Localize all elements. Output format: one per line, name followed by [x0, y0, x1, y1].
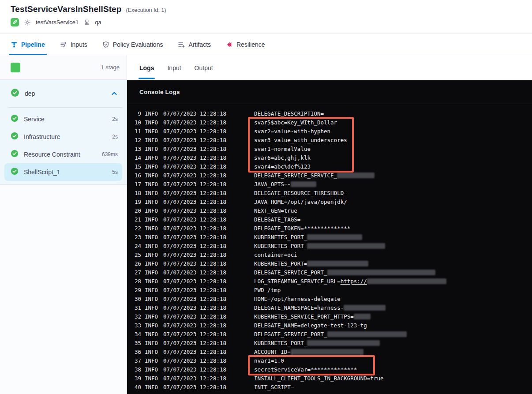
log-line-number: 18	[127, 189, 141, 198]
log-line-number: 10	[127, 118, 141, 127]
log-level: INFO	[145, 189, 160, 198]
log-line: 15 INFO 07/07/2023 12:28:18 svar4=abc%de…	[127, 162, 532, 171]
policy-shield-icon	[102, 41, 109, 48]
log-timestamp: 07/07/2023 12:28:18	[163, 330, 251, 339]
log-level: INFO	[145, 321, 160, 330]
log-tab-output[interactable]: Output	[195, 55, 213, 80]
redacted-value	[337, 173, 375, 178]
log-message: DELEGATE_DESCRIPTION=	[254, 109, 532, 118]
log-timestamp: 07/07/2023 12:28:18	[163, 348, 251, 356]
log-level: INFO	[145, 251, 160, 259]
log-line-number: 24	[127, 242, 141, 251]
log-message: svar3=value_with_underscores	[254, 136, 532, 145]
log-timestamp: 07/07/2023 12:28:18	[163, 268, 251, 277]
log-line: 22 INFO 07/07/2023 12:28:18 DELEGATE_TOK…	[127, 224, 532, 233]
log-timestamp: 07/07/2023 12:28:18	[163, 215, 251, 224]
log-line-number: 17	[127, 180, 141, 189]
log-level: INFO	[145, 242, 160, 251]
log-timestamp: 07/07/2023 12:28:18	[163, 356, 251, 365]
log-level: INFO	[145, 171, 160, 180]
redacted-value	[327, 270, 435, 275]
environment-name[interactable]: qa	[95, 19, 101, 26]
log-level: INFO	[145, 383, 160, 392]
log-line-number: 38	[127, 365, 141, 374]
log-message: INSTALL_CLIENT_TOOLS_IN_BACKGROUND=true	[254, 374, 532, 383]
log-line-number: 23	[127, 233, 141, 242]
log-line: 26 INFO 07/07/2023 12:28:18 KUBERNETES_P…	[127, 259, 532, 268]
log-level: INFO	[145, 277, 160, 286]
service-name[interactable]: testVarsService1	[36, 19, 79, 26]
console-title: Console Logs	[139, 89, 180, 95]
log-timestamp: 07/07/2023 12:28:18	[163, 189, 251, 198]
log-link[interactable]: https://	[341, 278, 367, 285]
log-message: svar4=abc%def%123	[254, 162, 532, 171]
main-tab-artifacts[interactable]: Artifacts	[178, 34, 211, 55]
log-level: INFO	[145, 118, 160, 127]
log-timestamp: 07/07/2023 12:28:18	[163, 312, 251, 321]
log-level: INFO	[145, 127, 160, 136]
log-line-number: 12	[127, 136, 141, 145]
redacted-value	[307, 234, 362, 240]
log-line: 23 INFO 07/07/2023 12:28:18 KUBERNETES_P…	[127, 233, 532, 242]
log-line: 27 INFO 07/07/2023 12:28:18 DELEGATE_SER…	[127, 268, 532, 277]
log-timestamp: 07/07/2023 12:28:18	[163, 118, 251, 127]
log-line-number: 9	[127, 109, 141, 118]
main-tab-pipeline[interactable]: Pipeline	[11, 34, 45, 55]
log-level: INFO	[145, 154, 160, 162]
step-row-shellscript_1[interactable]: ShellScript_1 5s	[4, 163, 122, 181]
redacted-value	[367, 278, 446, 284]
log-tab-logs[interactable]: Logs	[139, 55, 154, 80]
step-row-resource constraint[interactable]: Resource Constraint 639ms	[4, 146, 122, 163]
log-line-number: 30	[127, 295, 141, 304]
log-line: 14 INFO 07/07/2023 12:28:18 svar6=abc,gh…	[127, 154, 532, 162]
redacted-value	[307, 261, 368, 266]
log-level: INFO	[145, 304, 160, 312]
step-row-infrastructure[interactable]: Infrastructure 2s	[4, 128, 122, 146]
log-level: INFO	[145, 109, 160, 118]
stage-bar: 1 stage	[0, 55, 127, 80]
console-log-lines[interactable]: 9 INFO 07/07/2023 12:28:18 DELEGATE_DESC…	[127, 104, 532, 394]
log-timestamp: 07/07/2023 12:28:18	[163, 145, 251, 154]
log-message: svar1=normalValue	[254, 145, 532, 154]
artifacts-icon	[178, 41, 185, 48]
log-tab-input[interactable]: Input	[167, 55, 181, 80]
log-message: DELEGATE_SERVICE_SERVICE_	[254, 171, 532, 180]
log-line-number: 31	[127, 304, 141, 312]
log-timestamp: 07/07/2023 12:28:18	[163, 339, 251, 348]
main-tab-bar: Pipeline Inputs Policy Evaluations Artif…	[0, 34, 532, 55]
log-message: DELEGATE_NAMESPACE=harness-	[254, 304, 532, 312]
stage-header[interactable]: dep	[0, 80, 127, 107]
log-line: 36 INFO 07/07/2023 12:28:18 ACCOUNT_ID=	[127, 348, 532, 356]
redacted-value	[307, 243, 385, 249]
log-message: NEXT_GEN=true	[254, 206, 532, 215]
log-timestamp: 07/07/2023 12:28:18	[163, 224, 251, 233]
success-check-icon	[11, 150, 19, 159]
log-line-number: 26	[127, 259, 141, 268]
log-line-number: 21	[127, 215, 141, 224]
log-line-number: 19	[127, 198, 141, 206]
pipeline-icon	[11, 41, 18, 48]
main-tab-policy-evaluations[interactable]: Policy Evaluations	[102, 34, 163, 55]
console: Console Logs 9 INFO 07/07/2023 12:28:18 …	[127, 80, 532, 394]
step-row-service[interactable]: Service 2s	[4, 110, 122, 128]
log-line-number: 28	[127, 277, 141, 286]
log-line: 35 INFO 07/07/2023 12:28:18 KUBERNETES_P…	[127, 339, 532, 348]
log-level: INFO	[145, 215, 160, 224]
log-line: 11 INFO 07/07/2023 12:28:18 svar2=value-…	[127, 127, 532, 136]
chevron-up-icon[interactable]	[111, 90, 118, 97]
page-header: TestServiceVarsInShellStep (Execution Id…	[0, 0, 532, 34]
stage-section: dep Service 2s Infrastructure 2s	[0, 80, 127, 185]
main-tab-resilience[interactable]: Resilience	[226, 34, 265, 55]
log-message: HOME=/opt/harness-delegate	[254, 295, 532, 304]
log-line-number: 39	[127, 374, 141, 383]
main-tab-inputs[interactable]: Inputs	[60, 34, 87, 55]
stage-status-square[interactable]	[11, 63, 20, 72]
redacted-value	[354, 314, 371, 319]
log-line: 34 INFO 07/07/2023 12:28:18 DELEGATE_SER…	[127, 330, 532, 339]
log-message: svar2=value-with-hyphen	[254, 127, 532, 136]
log-line: 12 INFO 07/07/2023 12:28:18 svar3=value_…	[127, 136, 532, 145]
success-check-icon	[11, 132, 19, 142]
log-timestamp: 07/07/2023 12:28:18	[163, 321, 251, 330]
log-message: KUBERNETES_PORT_	[254, 339, 532, 348]
log-timestamp: 07/07/2023 12:28:18	[163, 383, 251, 392]
